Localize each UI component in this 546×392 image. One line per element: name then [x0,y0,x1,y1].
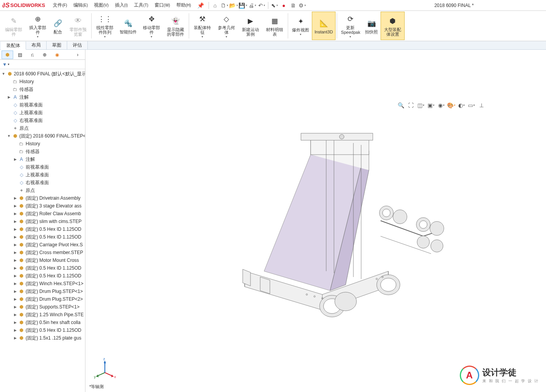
tree-item[interactable]: 🗀History [0,140,85,148]
fm-collapse[interactable]: › [72,51,83,59]
print-icon[interactable]: 🖨 [248,1,257,10]
edit-component-button[interactable]: ✎编辑零部件 [2,12,26,40]
show-hidden-button[interactable]: 👻显示隐藏的零部件 [163,12,188,40]
expand-icon[interactable]: ▶ [13,204,17,208]
pin-icon[interactable]: 📌 [197,2,204,9]
tree-root[interactable]: ▼ ⬢ 2018 6090 FINAL (默认<默认_显示 [0,70,85,78]
expand-icon[interactable]: ▶ [13,266,17,270]
tree-item[interactable]: ▶⬢(固定) Cross member.STEP [0,249,85,256]
home-icon[interactable]: ⌂ [211,1,219,10]
menu-插入[interactable]: 插入(I) [112,2,131,8]
tree-item[interactable]: ◇上视基准面 [0,109,85,117]
orientation-triad[interactable]: x y z [93,357,117,380]
expand-icon[interactable]: ▶ [13,328,17,332]
expand-icon[interactable]: ▶ [13,157,17,161]
fm-tab-config[interactable]: ⎌ [26,51,38,59]
tree-item[interactable]: ▶⬢(固定) 1.5x1 .125 plate gus [0,334,85,342]
new-motion-study-button[interactable]: ▶新建运动算例 [238,12,263,40]
tree-item[interactable]: 🗀传感器 [0,148,85,155]
fm-tab-property[interactable]: ▤ [14,51,26,59]
tab-装配体[interactable]: 装配体 [1,42,26,50]
assembly-features-button[interactable]: ⚒装配体特征▾ [190,12,214,40]
tree-item[interactable]: ▶⬢(固定) Motor Mount Cross [0,256,85,264]
tree-item[interactable]: ▶⬢(固定) Drum Plug.STEP<1> [0,287,85,295]
tree-item[interactable]: ▶⬢(固定) Drum Plug.STEP<2> [0,295,85,303]
tab-布局[interactable]: 布局 [26,41,47,49]
appearance-icon[interactable]: ▭ [467,101,476,110]
tree-item[interactable]: ▶⬢(固定) 3 stage Elevator ass [0,202,85,210]
file-props-icon[interactable]: 🗎 [289,1,297,10]
menu-文件[interactable]: 文件(F) [50,2,70,8]
tree-item[interactable]: ▶⬢(固定) 1.25 Winch Pipe.STE [0,311,85,319]
large-assembly-button[interactable]: ⬢大型装配体设置 [381,12,405,40]
tree-item[interactable]: ▶⬢(固定) 0.5 Hex ID 1.125OD [0,272,85,280]
tree-item[interactable]: ◇上视基准面 [0,171,85,179]
menu-编辑[interactable]: 编辑(E) [70,2,91,8]
reference-geometry-button[interactable]: ◇参考几何体▾ [214,12,238,40]
tree-item[interactable]: ▶⬢(固定) Roller Claw Assemb [0,210,85,218]
edit-scene-icon[interactable]: ⊥ [477,101,486,110]
menu-工具[interactable]: 工具(T) [131,2,151,8]
graphics-viewport[interactable]: 🔍 ⛶ ◫ ▣ ◉ 🎨 ◐ ▭ ⊥ [85,50,546,392]
expand-icon[interactable]: ▼ [7,134,11,138]
open-icon[interactable]: 📂 [230,1,238,10]
expand-icon[interactable]: ▶ [13,196,17,200]
undo-icon[interactable]: ↶ [257,1,266,10]
insert-component-button[interactable]: ⊕插入零部件▾ [26,12,50,40]
tab-草图[interactable]: 草图 [47,41,67,49]
menu-窗口[interactable]: 窗口(W) [151,2,173,8]
expand-icon[interactable]: ▶ [13,258,17,262]
tree-item[interactable]: ⌖原点 [0,124,85,132]
expand-icon[interactable]: ▶ [13,251,17,254]
tree-item[interactable]: ▶⬢(固定) Drivetrain Assembly [0,194,85,202]
tree-item[interactable]: 🗀History [0,78,85,85]
fm-tab-tree[interactable]: ⬢ [2,51,13,59]
mate-button[interactable]: 🔗配合 [50,12,66,40]
tree-item[interactable]: ▶⬢(固定) 0.5 Hex ID 1.125OD [0,264,85,272]
expand-icon[interactable]: ▶ [13,336,17,340]
tree-item[interactable]: ▶⬢(固定) slim with cims.STEP [0,218,85,225]
fm-tab-display[interactable]: ◉ [51,51,63,59]
expand-icon[interactable]: ▶ [13,274,17,278]
tab-评估[interactable]: 评估 [67,41,88,49]
instant3d-button[interactable]: 📐Instant3D [312,12,336,40]
options-icon[interactable]: ⚙ [298,1,307,10]
tree-item[interactable]: ▶⬢(固定) Winch Hex.STEP<1> [0,280,85,287]
tree-item[interactable]: ▶⬢(固定) 0.5 Hex ID 1.125OD [0,225,85,233]
collapse-icon[interactable]: ▼ [2,72,5,76]
tree-item[interactable]: ◇右视基准面 [0,179,85,186]
expand-icon[interactable]: ▶ [7,95,11,99]
exploded-view-button[interactable]: ✦爆炸视图▾ [289,12,312,40]
take-snapshot-button[interactable]: 📷拍快照 [362,12,381,40]
select-icon[interactable]: ⬉ [270,1,279,10]
tree-item[interactable]: ▶⬢(固定) 0.5 Hex ID 1.125OD [0,326,85,334]
expand-icon[interactable]: ▶ [13,220,17,223]
expand-icon[interactable]: ▶ [13,305,17,309]
expand-icon[interactable]: ▶ [13,212,17,216]
fm-filter-bar[interactable]: ▼ ▾ [0,60,85,69]
expand-icon[interactable]: ▶ [13,227,17,231]
update-speedpak-button[interactable]: ⟳更新Speedpak▾ [338,12,362,40]
smart-fasteners-button[interactable]: 🔩智能扣件 [117,12,139,40]
tree-item[interactable]: 🗀传感器 [0,85,85,93]
expand-icon[interactable]: ▶ [13,282,17,286]
expand-icon[interactable]: ▶ [13,243,17,247]
tree-item[interactable]: ▶⬢(固定) Carriage Pivot Hex.S [0,241,85,249]
menu-帮助[interactable]: 帮助(H) [173,2,194,8]
bom-button[interactable]: ▦材料明细表 [263,12,287,40]
component-preview-button[interactable]: 👁零部件预览窗 [66,12,90,40]
expand-icon[interactable]: ▶ [13,235,17,239]
tree-item[interactable]: ▶⬢(固定) 0.5in hex shaft colla [0,319,85,326]
linear-pattern-button[interactable]: ⋮⋮线性零部件阵列▾ [93,12,117,40]
expand-icon[interactable]: ▶ [13,313,17,317]
tree-item[interactable]: ▶A注解 [0,155,85,163]
tree-item[interactable]: ◇右视基准面 [0,117,85,124]
save-icon[interactable]: 💾 [239,1,247,10]
new-icon[interactable]: 🗋 [220,1,229,10]
tree-item[interactable]: ◇前视基准面 [0,101,85,109]
tree-item[interactable]: ▶A注解 [0,93,85,101]
expand-icon[interactable]: ▶ [13,289,17,293]
tree-item[interactable]: ◇前视基准面 [0,163,85,171]
tree-item[interactable]: ▶⬢(固定) 0.5 Hex ID 1.125OD [0,233,85,241]
rebuild-icon[interactable]: ● [280,1,288,10]
